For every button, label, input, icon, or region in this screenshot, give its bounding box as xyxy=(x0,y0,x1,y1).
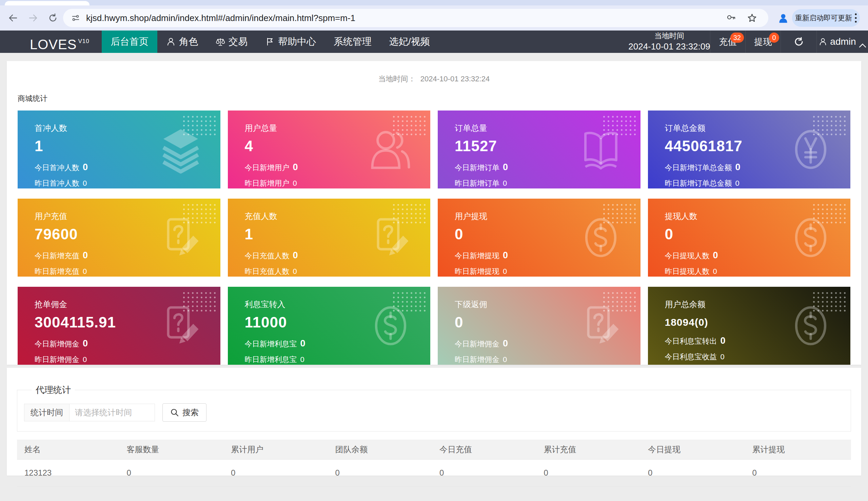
agent-search-form: 统计时间 搜索 xyxy=(24,403,844,422)
nav-item-4[interactable]: 系统管理 xyxy=(325,31,380,53)
page-local-time-label: 当地时间： xyxy=(378,75,416,83)
local-time-label: 当地时间 xyxy=(654,32,684,40)
nav-item-withdraw[interactable]: 提现 0 xyxy=(745,31,781,53)
chevron-up-icon xyxy=(859,39,866,44)
forward-icon[interactable] xyxy=(29,13,38,23)
stat-card-today-value: 0 xyxy=(293,250,298,260)
refresh-button[interactable] xyxy=(781,31,816,53)
local-time-value: 2024-10-01 23:32:09 xyxy=(628,42,710,52)
stat-card-yesterday-value: 0 xyxy=(720,353,724,361)
dollar-icon xyxy=(577,214,625,262)
stat-card-yesterday-value: 0 xyxy=(735,179,740,188)
doc-icon xyxy=(157,214,205,262)
user-icon xyxy=(166,37,176,46)
brand-version: V10 xyxy=(78,38,89,44)
bookmark-star-icon[interactable] xyxy=(747,13,757,23)
dollar-icon xyxy=(367,302,415,350)
stat-card: 订单总金额 445061817 今日新增订单总金额0 昨日新增订单总金额0 xyxy=(648,110,851,189)
dollar-icon xyxy=(787,302,835,350)
dollar-icon xyxy=(787,214,835,262)
nav-item-label: 选妃/视频 xyxy=(389,35,430,48)
stat-card: 首冲人数 1 今日首冲人数0 昨日首冲人数0 xyxy=(18,110,220,189)
browser-tabstrip xyxy=(0,0,868,6)
profile-avatar-icon[interactable] xyxy=(777,12,789,24)
url-text[interactable]: kjsd.hwym.shop/admin/index.html#/admin/i… xyxy=(86,13,726,23)
table-cell: 0 xyxy=(434,460,538,487)
table-header-cell: 团队余额 xyxy=(330,440,434,460)
refresh-icon xyxy=(794,36,804,47)
stat-card-yesterday-value: 0 xyxy=(293,179,297,188)
table-cell: 0 xyxy=(330,460,434,487)
scales-icon xyxy=(216,37,225,46)
stat-card-today-value: 0 xyxy=(720,335,726,346)
stat-card-yesterday-label: 昨日新增用户 xyxy=(245,179,289,188)
stat-card-yesterday-value: 0 xyxy=(503,355,507,364)
stat-card-today-value: 0 xyxy=(83,250,88,260)
search-icon xyxy=(170,408,179,417)
username: admin xyxy=(830,36,856,47)
nav-item-1[interactable]: 角色 xyxy=(157,31,207,53)
url-bar[interactable]: kjsd.hwym.shop/admin/index.html#/admin/i… xyxy=(63,9,768,27)
top-navbar: LOVESV10 后台首页角色交易帮助中心系统管理选妃/视频 当地时间 2024… xyxy=(0,31,868,53)
table-cell: 0 xyxy=(747,460,851,487)
stat-card-today-value: 0 xyxy=(83,162,88,172)
table-cell: 0 xyxy=(121,460,226,487)
stat-card-today-label: 今日充值人数 xyxy=(245,252,289,260)
stat-card: 利息宝转入 11000 今日新增利息宝0 昨日新增利息宝0 xyxy=(228,287,431,365)
agent-legend: 代理统计 xyxy=(32,384,75,396)
user-icon xyxy=(818,37,827,46)
user-menu[interactable]: admin xyxy=(816,31,868,53)
stat-card-today-label: 今日新增提现 xyxy=(455,252,499,260)
search-button[interactable]: 搜索 xyxy=(162,403,207,422)
reload-icon[interactable] xyxy=(48,13,57,23)
stat-card-yesterday-label: 昨日首冲人数 xyxy=(34,179,80,188)
table-cell: 0 xyxy=(538,460,643,487)
stat-card-yesterday-value: 0 xyxy=(293,267,297,276)
stat-card-today-value: 0 xyxy=(300,338,306,349)
stat-card-yesterday-value: 0 xyxy=(300,355,305,364)
doc-icon xyxy=(157,302,205,350)
nav-item-0[interactable]: 后台首页 xyxy=(102,31,157,53)
nav-item-3[interactable]: 帮助中心 xyxy=(256,31,325,53)
doc-icon xyxy=(577,302,625,350)
nav-item-2[interactable]: 交易 xyxy=(207,31,256,53)
table-header-cell: 今日提现 xyxy=(643,440,747,460)
stats-panel: 当地时间：2024-10-01 23:32:24 商城统计 首冲人数 1 今日首… xyxy=(7,61,861,365)
stat-time-input[interactable] xyxy=(70,404,155,421)
local-time-block: 当地时间 2024-10-01 23:32:09 xyxy=(628,31,710,53)
stat-card-yesterday-label: 昨日充值人数 xyxy=(245,267,289,276)
stat-card-today-label: 今日新增充值 xyxy=(34,252,80,260)
stat-card-yesterday-value: 0 xyxy=(83,267,87,276)
stat-card-yesterday-label: 昨日新增佣金 xyxy=(34,355,80,364)
stat-card-today-label: 今日新增佣金 xyxy=(34,340,80,348)
back-icon[interactable] xyxy=(8,13,18,23)
agent-panel: 代理统计 统计时间 搜索 姓名客服数量累计用户团队余额今日充值累计充值今日提现累… xyxy=(7,368,861,476)
agent-table: 姓名客服数量累计用户团队余额今日充值累计充值今日提现累计提现 123123000… xyxy=(17,440,851,487)
stat-card-yesterday-label: 昨日新增订单 xyxy=(455,179,499,188)
table-row: 1231230000000 xyxy=(17,460,851,487)
nav-item-label: 系统管理 xyxy=(334,35,372,48)
table-header-cell: 累计用户 xyxy=(225,440,330,460)
stat-card-yesterday-value: 0 xyxy=(503,267,507,276)
nav-menu: 后台首页角色交易帮助中心系统管理选妃/视频 xyxy=(102,31,439,53)
browser-menu-icon[interactable] xyxy=(855,13,857,23)
table-cell: 123123 xyxy=(17,460,121,487)
stat-card-today-value: 0 xyxy=(503,338,508,349)
browser-update-button[interactable]: 重新启动即可更新 xyxy=(792,9,860,27)
table-header-cell: 今日充值 xyxy=(434,440,538,460)
stat-card-yesterday-value: 0 xyxy=(713,267,717,276)
brand-logo: LOVESV10 xyxy=(30,31,89,53)
browser-tab[interactable] xyxy=(5,1,89,6)
nav-item-label: 角色 xyxy=(179,35,198,48)
table-header-cell: 累计充值 xyxy=(538,440,643,460)
doc-icon xyxy=(367,214,415,262)
stat-card: 用户提现 0 今日新增提现0 昨日新增提现0 xyxy=(438,199,641,277)
stat-card-today-label: 今日新增用户 xyxy=(245,163,289,172)
nav-item-recharge[interactable]: 充值 32 xyxy=(710,31,745,53)
stat-card-today-value: 0 xyxy=(713,250,718,260)
stat-card-yesterday-value: 0 xyxy=(503,179,507,188)
nav-item-5[interactable]: 选妃/视频 xyxy=(380,31,439,53)
site-settings-icon[interactable] xyxy=(71,13,80,22)
password-key-icon[interactable] xyxy=(726,13,736,23)
page-local-time: 当地时间：2024-10-01 23:32:24 xyxy=(7,61,861,84)
